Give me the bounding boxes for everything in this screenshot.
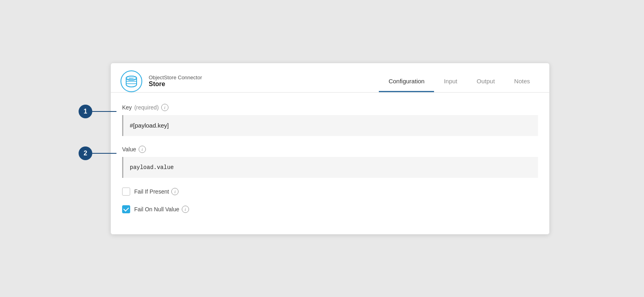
- annotation-2: 2: [79, 146, 116, 160]
- fail-on-null-value-info-icon[interactable]: i: [182, 206, 189, 213]
- value-label-text: Value: [122, 146, 136, 153]
- fail-if-present-row[interactable]: Fail If Present i: [122, 188, 538, 196]
- fail-on-null-value-text: Fail On Null Value: [134, 206, 179, 212]
- key-info-icon[interactable]: i: [161, 104, 168, 111]
- tab-notes[interactable]: Notes: [505, 70, 540, 92]
- fail-on-null-value-checkbox[interactable]: [122, 205, 130, 213]
- panel-content: 1 Key (required) i #[payload.key] 2: [111, 93, 549, 234]
- key-label: Key (required) i: [122, 104, 538, 111]
- connector-name: ObjectStore Connector: [149, 74, 202, 80]
- connector-icon: REF: [120, 70, 142, 92]
- svg-text:REF: REF: [129, 77, 134, 80]
- fail-if-present-checkbox[interactable]: [122, 188, 130, 196]
- annotation-1: 1: [79, 105, 116, 118]
- key-value: #[payload.key]: [130, 122, 169, 129]
- value-input[interactable]: payload.value: [122, 157, 538, 178]
- value-field-group: 2 Value i payload.value: [122, 146, 538, 178]
- connector-title: ObjectStore Connector Store: [149, 74, 202, 88]
- badge-1: 1: [79, 105, 92, 118]
- annotation-line-1: [92, 111, 116, 112]
- fail-if-present-label: Fail If Present i: [134, 188, 179, 195]
- tab-bar: Configuration Input Output Notes: [379, 70, 540, 92]
- connector-type: Store: [149, 80, 202, 88]
- fail-on-null-value-row[interactable]: Fail On Null Value i: [122, 205, 538, 213]
- tab-configuration[interactable]: Configuration: [379, 70, 434, 92]
- key-field-group: 1 Key (required) i #[payload.key]: [122, 104, 538, 136]
- key-input[interactable]: #[payload.key]: [122, 115, 538, 136]
- annotation-line-2: [92, 153, 116, 154]
- value-label: Value i: [122, 146, 538, 153]
- fail-if-present-info-icon[interactable]: i: [171, 188, 179, 195]
- key-label-text: Key: [122, 104, 132, 111]
- badge-2: 2: [79, 146, 92, 160]
- key-required-text: (required): [134, 104, 159, 111]
- value-value: payload.value: [130, 164, 174, 171]
- tab-output[interactable]: Output: [467, 70, 505, 92]
- fail-on-null-value-label: Fail On Null Value i: [134, 206, 189, 213]
- panel-header: REF ObjectStore Connector Store Configur…: [111, 63, 549, 93]
- fail-if-present-text: Fail If Present: [134, 188, 169, 195]
- tab-input[interactable]: Input: [434, 70, 467, 92]
- value-info-icon[interactable]: i: [139, 146, 146, 153]
